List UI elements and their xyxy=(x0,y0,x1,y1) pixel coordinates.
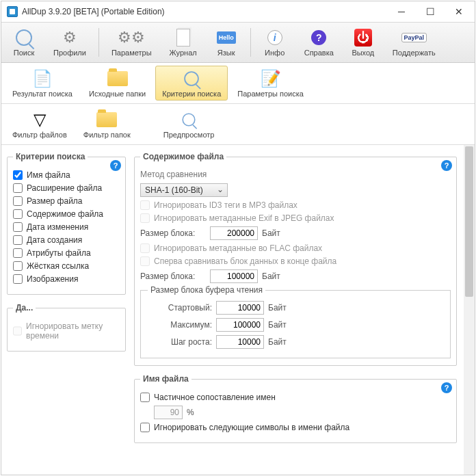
block-size-1-input[interactable] xyxy=(210,226,258,240)
filename-group: Имя файла ? Частичное сопоставление имен… xyxy=(134,374,457,443)
folder-icon xyxy=(106,68,129,89)
method-select[interactable]: SHA-1 (160-Bit) xyxy=(140,183,228,197)
right-column: Содержимое файла ? Метод сравнения SHA-1… xyxy=(131,145,475,475)
filter-toolbar: ▽Фильтр файлов Фильтр папок Предпросмотр xyxy=(1,104,475,145)
search-icon xyxy=(14,28,34,47)
percent-input xyxy=(154,406,183,419)
date-group: Да... Игнорировать метку времени xyxy=(7,303,126,352)
chk-compare-end: Сперва сравнивать блок данных в конце фа… xyxy=(140,256,451,266)
chk-extension[interactable]: Расширение файла xyxy=(13,183,120,193)
tab-search-params[interactable]: 📝Параметры поиска xyxy=(230,66,310,101)
max-label: Максимум: xyxy=(146,320,212,330)
preview-button[interactable]: Предпросмотр xyxy=(157,107,222,142)
left-column: Критерии поиска ? Имя файла Расширение ф… xyxy=(1,145,131,475)
help-icon: ? xyxy=(309,28,328,47)
hello-icon: Hello xyxy=(217,28,236,47)
buffer-step-input[interactable] xyxy=(216,335,264,349)
help-button[interactable]: ?Справка xyxy=(298,25,341,60)
date-legend: Да... xyxy=(13,303,36,313)
chk-partial-match[interactable]: Частичное сопоставление имен xyxy=(140,393,451,402)
settings-button[interactable]: ⚙︎⚙︎Параметры xyxy=(105,25,159,60)
chk-ignore-timestamp: Игнорировать метку времени xyxy=(13,321,120,341)
paypal-icon: PayPal xyxy=(404,28,423,47)
buffer-max-input[interactable] xyxy=(216,318,264,332)
close-button[interactable]: ✕ xyxy=(445,2,473,21)
search-criteria-icon xyxy=(180,68,203,89)
buffer-group: Размер блока буфера чтения Стартовый:Бай… xyxy=(140,290,451,358)
language-button[interactable]: HelloЯзык xyxy=(208,25,245,60)
tab-search-result[interactable]: 📄Результат поиска xyxy=(5,66,79,101)
gear-icon: ⚙︎ xyxy=(60,28,79,47)
chk-attributes[interactable]: Атрибуты файла xyxy=(13,248,120,258)
power-icon: ⏻ xyxy=(354,28,373,47)
tab-source-folders[interactable]: Исходные папки xyxy=(82,66,153,101)
app-icon xyxy=(7,6,18,17)
chk-ignore-id3: Игнорировать ID3 теги в MP3 файлах xyxy=(140,200,451,210)
folder-filter-icon xyxy=(95,109,118,130)
app-window: AllDup 3.9.20 [BETA] (Portable Edition) … xyxy=(1,1,475,475)
minimize-button[interactable]: ─ xyxy=(387,2,416,21)
folder-filter-button[interactable]: Фильтр папок xyxy=(77,107,137,142)
separator xyxy=(250,28,251,57)
chk-content[interactable]: Содержимое файла xyxy=(13,209,120,219)
preview-icon xyxy=(177,109,200,130)
chk-images[interactable]: Изображения xyxy=(13,274,120,284)
info-icon: i xyxy=(265,28,285,47)
profiles-button[interactable]: ⚙︎Профили xyxy=(47,25,93,60)
block-label: Размер блока: xyxy=(140,228,206,238)
chk-ignore-chars[interactable]: Игнорировать следующие символы в имени ф… xyxy=(140,423,451,432)
scrollbar[interactable] xyxy=(464,145,475,475)
donate-button[interactable]: PayPalПоддержать xyxy=(386,25,442,60)
block-size-2-input[interactable] xyxy=(210,269,258,283)
buffer-start-input[interactable] xyxy=(216,301,264,315)
params-icon: 📝 xyxy=(259,68,282,89)
criteria-group: Критерии поиска ? Имя файла Расширение ф… xyxy=(7,152,126,295)
buffer-legend: Размер блока буфера чтения xyxy=(148,285,265,295)
content-area: Критерии поиска ? Имя файла Расширение ф… xyxy=(1,145,475,475)
main-toolbar: Поиск ⚙︎Профили ⚙︎⚙︎Параметры Журнал Hel… xyxy=(1,22,475,63)
file-filter-icon: ▽ xyxy=(28,109,51,130)
tab-search-criteria[interactable]: Критерии поиска xyxy=(155,66,228,101)
help-icon[interactable]: ? xyxy=(441,382,452,393)
help-icon[interactable]: ? xyxy=(110,160,121,171)
help-icon[interactable]: ? xyxy=(441,160,452,171)
chk-create-date[interactable]: Дата создания xyxy=(13,235,120,245)
start-label: Стартовый: xyxy=(146,303,212,313)
chk-mod-date[interactable]: Дата изменения xyxy=(13,222,120,232)
method-label: Метод сравнения xyxy=(140,170,451,179)
step-label: Шаг роста: xyxy=(146,337,212,347)
separator xyxy=(98,28,99,57)
file-content-group: Содержимое файла ? Метод сравнения SHA-1… xyxy=(134,152,457,366)
log-icon xyxy=(174,28,193,47)
chk-size[interactable]: Размер файла xyxy=(13,196,120,206)
filename-legend: Имя файла xyxy=(140,374,191,384)
maximize-button[interactable]: ☐ xyxy=(416,2,445,21)
exit-button[interactable]: ⏻Выход xyxy=(345,25,382,60)
titlebar: AllDup 3.9.20 [BETA] (Portable Edition) … xyxy=(1,1,475,22)
chk-filename[interactable]: Имя файла xyxy=(13,170,120,180)
chk-ignore-flac: Игнорировать метаданные во FLAC файлах xyxy=(140,243,451,253)
tabs-toolbar: 📄Результат поиска Исходные папки Критери… xyxy=(1,63,475,104)
scrollbar-thumb[interactable] xyxy=(465,146,473,297)
chk-ignore-exif: Игнорировать метаданные Exif в JPEG файл… xyxy=(140,213,451,223)
search-button[interactable]: Поиск xyxy=(5,25,42,60)
content-legend: Содержимое файла xyxy=(140,152,226,161)
info-button[interactable]: iИнфо xyxy=(256,25,293,60)
criteria-legend: Критерии поиска xyxy=(13,152,88,161)
window-title: AllDup 3.9.20 [BETA] (Portable Edition) xyxy=(22,7,387,16)
log-button[interactable]: Журнал xyxy=(163,25,204,60)
file-filter-button[interactable]: ▽Фильтр файлов xyxy=(5,107,74,142)
block-label-2: Размер блока: xyxy=(140,272,206,281)
chk-hardlink[interactable]: Жёсткая ссылка xyxy=(13,261,120,271)
gears-icon: ⚙︎⚙︎ xyxy=(122,28,141,47)
result-icon: 📄 xyxy=(31,68,54,89)
